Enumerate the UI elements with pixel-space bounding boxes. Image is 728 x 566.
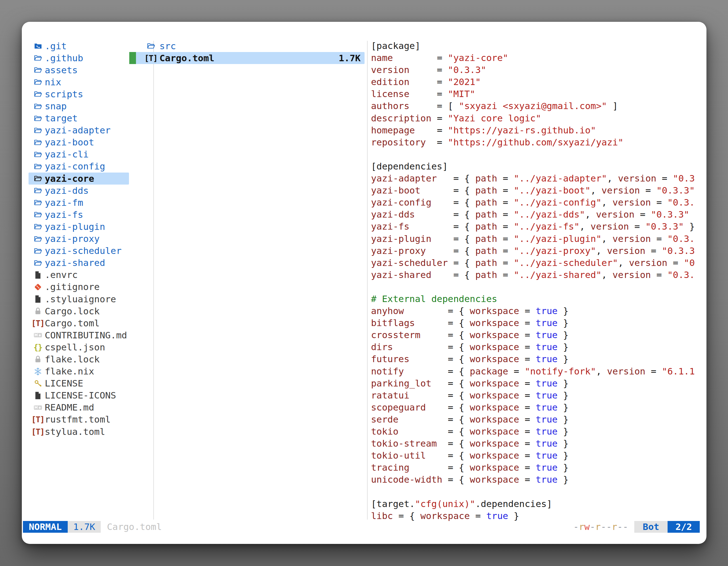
token-b: true [536,438,557,449]
parent-item-Cargo.lock[interactable]: Cargo.lock [29,305,129,317]
parent-item-.styluaignore[interactable]: .styluaignore [29,293,129,305]
folder-open-icon [33,246,43,256]
token-p: = [519,402,536,413]
parent-item-yazi-proxy[interactable]: yazi-proxy [29,233,129,245]
status-filename: Cargo.toml [107,522,162,532]
parent-item-nix[interactable]: nix [29,76,129,88]
parent-item-yazi-fs[interactable]: yazi-fs [29,209,129,221]
status-bar: NORMAL 1.7K Cargo.toml -rw-r--r-- Bot 2/… [23,521,700,533]
token-p: = { [421,330,470,340]
token-p: = [645,366,662,377]
token-k: yazi-shared [371,270,431,280]
parent-item-README.md[interactable]: README.md [29,401,129,414]
preview-line: futures = { workspace = true } [371,353,703,365]
file-label: yazi-boot [45,137,94,148]
token-p: = [519,414,536,425]
toml-glyph: [T] [31,415,44,424]
parent-item-.gitignore[interactable]: .gitignore [29,281,129,293]
token-k: path [475,270,497,280]
token-b: true [536,330,557,340]
token-p: , [591,185,602,196]
folder-open-icon [33,234,43,244]
token-k: edition [371,77,409,87]
token-k: version [596,209,634,220]
token-k: crossterm [371,330,421,340]
parent-item-stylua.toml[interactable]: [T]stylua.toml [29,426,129,438]
token-p: = { [398,414,470,425]
parent-item-target[interactable]: target [29,112,129,125]
file-size: 1.7K [339,53,365,64]
parent-item-.github[interactable]: .github [29,52,129,64]
token-p: = { [404,366,470,377]
parent-item-yazi-fm[interactable]: yazi-fm [29,197,129,209]
toml-glyph: [T] [31,427,44,436]
perm-read: r [595,522,601,532]
parent-item-scripts[interactable]: scripts [29,88,129,100]
token-k: version [612,234,651,244]
token-s: "../yazi-plugin" [514,234,602,244]
token-k: version [629,258,667,268]
parent-item-flake.nix[interactable]: flake.nix [29,365,129,377]
token-s: "../yazi-fs" [514,221,579,232]
token-p: = { [431,378,470,389]
token-p: = { [448,258,475,268]
file-label: nix [45,77,61,88]
file-label: .envrc [45,270,78,280]
parent-item-cspell.json[interactable]: {}cspell.json [29,341,129,353]
parent-item-LICENSE-ICONS[interactable]: LICENSE-ICONS [29,389,129,401]
token-k: version [371,65,409,75]
parent-item-yazi-adapter[interactable]: yazi-adapter [29,125,129,137]
parent-item-Cargo.toml[interactable]: [T]Cargo.toml [29,317,129,329]
token-s: "../yazi-shared" [514,270,602,280]
current-item-Cargo.toml[interactable]: [T]Cargo.toml1.7K [129,52,365,64]
parent-item-yazi-scheduler[interactable]: yazi-scheduler [29,245,129,257]
parent-item-yazi-boot[interactable]: yazi-boot [29,137,129,149]
license-key-icon [33,378,43,388]
token-s: "0.3 [673,173,695,184]
token-p: } [558,354,569,364]
parent-item-LICENSE[interactable]: LICENSE [29,377,129,389]
token-s: "cfg(unix)" [415,499,475,509]
token-s: "https://yazi-rs.github.io" [448,125,596,136]
parent-item-snap[interactable]: snap [29,100,129,112]
file-icon [33,390,43,400]
parent-item-.envrc[interactable]: .envrc [29,269,129,281]
token-p: = { [437,173,475,184]
token-p: = { [426,450,470,461]
parent-item-assets[interactable]: assets [29,64,129,76]
folder-open-icon [33,161,43,172]
token-p: = [497,246,514,256]
parent-item-yazi-config[interactable]: yazi-config [29,161,129,173]
file-label: snap [45,101,67,112]
token-s: "notify-fork" [525,366,596,377]
token-p: = { [398,426,470,437]
parent-item-yazi-core[interactable]: yazi-core [29,173,129,185]
preview-line: license = "MIT" [371,88,703,100]
parent-item-yazi-cli[interactable]: yazi-cli [29,149,129,161]
token-p: } [558,426,569,437]
file-label: .gitignore [45,282,100,292]
parent-item-yazi-dds[interactable]: yazi-dds [29,185,129,197]
token-p: = { [437,438,470,449]
parent-item-flake.lock[interactable]: flake.lock [29,353,129,365]
perm-dash: - [573,522,579,532]
preview-line: edition = "2021" [371,76,703,88]
token-k: package [470,366,508,377]
file-label: yazi-shared [45,258,105,268]
parent-item-yazi-shared[interactable]: yazi-shared [29,257,129,269]
parent-item-rustfmt.toml[interactable]: [T]rustfmt.toml [29,414,129,426]
parent-item-.git[interactable]: .git [29,40,129,52]
token-p: .dependencies] [475,499,552,509]
token-k: tracing [371,462,409,473]
token-k: path [475,197,497,208]
folder-open-icon [33,222,43,232]
token-s: "../yazi-scheduler" [514,258,618,268]
folder-open-icon [33,258,43,268]
parent-item-CONTRIBUTING.md[interactable]: CONTRIBUTING.md [29,329,129,341]
token-k: path [475,221,497,232]
current-item-src[interactable]: src [129,40,365,52]
parent-item-yazi-plugin[interactable]: yazi-plugin [29,221,129,233]
scroll-position-chip: Bot [634,521,668,533]
token-k: path [475,185,497,196]
token-k: version [612,270,651,280]
